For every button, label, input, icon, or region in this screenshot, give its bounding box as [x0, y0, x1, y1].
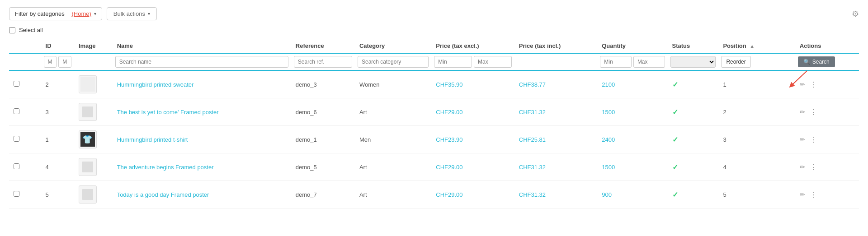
- filter-row: Active Inactive Reorder 🔍 Search: [9, 53, 859, 70]
- more-options-icon[interactable]: ⋮: [810, 163, 817, 171]
- row-checkbox-cell: [9, 126, 41, 153]
- filter-price-incl-cell: [514, 53, 597, 70]
- row-checkbox[interactable]: [14, 108, 19, 114]
- select-all-row: Select all: [9, 27, 859, 33]
- col-header-category: Category: [355, 39, 431, 53]
- edit-icon[interactable]: ✏: [800, 108, 805, 116]
- row-price-incl: CHF25.81: [514, 126, 597, 153]
- row-actions: ✏ ⋮: [795, 70, 859, 98]
- product-name-link[interactable]: Today is a good day Framed poster: [117, 191, 209, 198]
- id-min-input[interactable]: [44, 56, 57, 68]
- filter-ref-cell: [291, 53, 355, 70]
- search-button[interactable]: 🔍 Search: [798, 56, 835, 67]
- search-category-input[interactable]: [358, 56, 429, 68]
- row-position: 5: [718, 181, 795, 208]
- row-checkbox[interactable]: [14, 81, 19, 87]
- row-status: ✓: [668, 153, 719, 181]
- table-header-row: ID Image Name Reference Category Price (…: [9, 39, 859, 53]
- edit-icon[interactable]: ✏: [800, 163, 805, 171]
- row-price-excl: CHF29.00: [431, 98, 514, 126]
- price-excl-max-input[interactable]: [474, 56, 512, 68]
- row-quantity: 1500: [597, 98, 667, 126]
- row-image: 🖼: [74, 153, 113, 181]
- row-price-incl: CHF38.77: [514, 70, 597, 98]
- row-status: ✓: [668, 70, 719, 98]
- table-row: 4 🖼 The adventure begins Framed poster d…: [9, 153, 859, 181]
- row-checkbox-cell: [9, 153, 41, 181]
- more-options-icon[interactable]: ⋮: [810, 80, 817, 89]
- edit-icon[interactable]: ✏: [800, 191, 805, 198]
- reorder-button[interactable]: Reorder: [721, 56, 750, 68]
- col-header-position[interactable]: Position ▲: [718, 39, 795, 53]
- svg-rect-8: [82, 162, 93, 172]
- row-checkbox[interactable]: [14, 191, 19, 197]
- qty-min-input[interactable]: [600, 56, 632, 68]
- row-reference: demo_1: [291, 126, 355, 153]
- product-name-link[interactable]: The adventure begins Framed poster: [117, 164, 214, 171]
- select-all-checkbox[interactable]: [9, 27, 15, 33]
- row-position: 4: [718, 153, 795, 181]
- col-header-checkbox: [9, 39, 41, 53]
- filter-status-cell: Active Inactive: [668, 53, 719, 70]
- col-header-price-excl: Price (tax excl.): [431, 39, 514, 53]
- row-name: The best is yet to come' Framed poster: [113, 98, 291, 126]
- product-thumbnail: 🖼: [79, 185, 97, 204]
- row-reference: demo_3: [291, 70, 355, 98]
- filter-actions-cell: 🔍 Search: [795, 53, 859, 70]
- svg-rect-11: [82, 189, 93, 200]
- filter-categories-button[interactable]: Filter by categories (Home) ▾: [9, 7, 102, 20]
- search-ref-input[interactable]: [294, 56, 352, 68]
- row-id: 4: [41, 153, 74, 181]
- bulk-actions-button[interactable]: Bulk actions ▾: [107, 7, 157, 20]
- row-status: ✓: [668, 181, 719, 208]
- row-status: ✓: [668, 126, 719, 153]
- product-name-link[interactable]: Hummingbird printed t-shirt: [117, 136, 188, 143]
- col-header-name: Name: [113, 39, 291, 53]
- product-name-link[interactable]: Hummingbird printed sweater: [117, 81, 194, 88]
- row-checkbox[interactable]: [14, 163, 19, 169]
- row-reference: demo_5: [291, 153, 355, 181]
- table-row: 2 👕 Hummingbird printed sweater demo_3 W…: [9, 70, 859, 98]
- product-thumbnail: 👕: [79, 130, 97, 148]
- filter-position-cell: Reorder: [718, 53, 795, 70]
- status-check-icon: ✓: [672, 163, 678, 171]
- filter-value: (Home): [71, 10, 91, 17]
- row-reference: demo_6: [291, 98, 355, 126]
- row-reference: demo_7: [291, 181, 355, 208]
- row-position: 2: [718, 98, 795, 126]
- id-max-input[interactable]: [58, 56, 71, 68]
- more-options-icon[interactable]: ⋮: [810, 190, 817, 199]
- filter-checkbox-cell: [9, 53, 41, 70]
- row-id: 3: [41, 98, 74, 126]
- col-header-actions: Actions: [795, 39, 859, 53]
- search-name-input[interactable]: [115, 56, 288, 68]
- qty-max-input[interactable]: [633, 56, 665, 68]
- status-select[interactable]: Active Inactive: [670, 56, 716, 68]
- more-options-icon[interactable]: ⋮: [810, 108, 817, 116]
- row-actions: ✏ ⋮: [795, 126, 859, 153]
- svg-rect-0: [80, 77, 95, 92]
- select-all-label: Select all: [19, 27, 43, 33]
- filter-image-cell: [74, 53, 113, 70]
- row-price-excl: CHF29.00: [431, 181, 514, 208]
- row-checkbox-cell: [9, 98, 41, 126]
- row-image: 👕: [74, 126, 113, 153]
- more-options-icon[interactable]: ⋮: [810, 135, 817, 144]
- product-thumbnail: 🖼: [79, 158, 97, 176]
- row-id: 1: [41, 126, 74, 153]
- col-header-quantity: Quantity: [597, 39, 667, 53]
- price-excl-min-input[interactable]: [434, 56, 472, 68]
- edit-icon[interactable]: ✏: [800, 81, 805, 88]
- row-checkbox[interactable]: [14, 136, 19, 142]
- settings-icon[interactable]: ⚙: [852, 9, 859, 19]
- status-check-icon: ✓: [672, 108, 678, 116]
- row-quantity: 2400: [597, 126, 667, 153]
- col-header-reference: Reference: [291, 39, 355, 53]
- product-name-link[interactable]: The best is yet to come' Framed poster: [117, 109, 219, 116]
- status-check-icon: ✓: [672, 81, 678, 88]
- row-image: 🖼: [74, 98, 113, 126]
- product-thumbnail: 🖼: [79, 103, 97, 121]
- edit-icon[interactable]: ✏: [800, 136, 805, 143]
- svg-rect-3: [82, 106, 93, 117]
- table-body: 2 👕 Hummingbird printed sweater demo_3 W…: [9, 70, 859, 208]
